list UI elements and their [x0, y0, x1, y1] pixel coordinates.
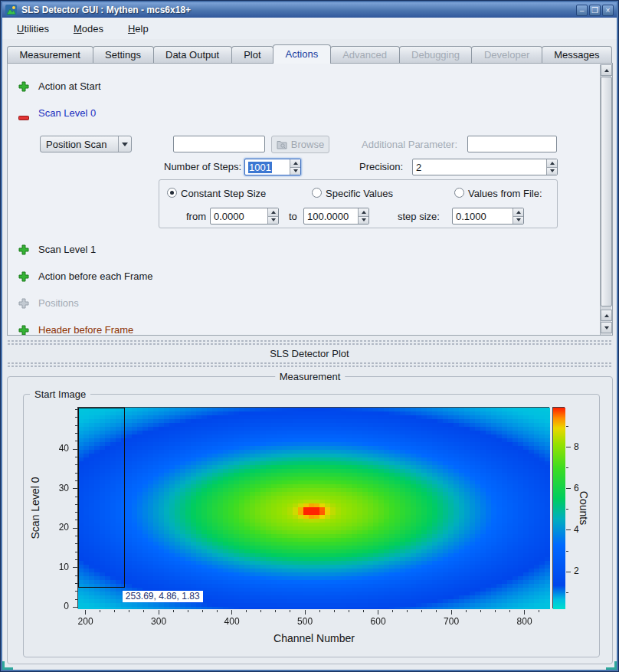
- scroll-down-button[interactable]: [601, 322, 612, 333]
- tab-debugging: Debugging: [399, 46, 473, 63]
- action-at-start-item[interactable]: Action at Start: [38, 80, 101, 92]
- menu-help[interactable]: Help: [121, 21, 156, 37]
- expand-plus-icon[interactable]: [18, 325, 29, 336]
- x-minor-tick: [421, 610, 422, 612]
- y-minor-tick: [75, 512, 77, 513]
- colorbar-tick-label: 2: [574, 566, 591, 576]
- resize-grip[interactable]: [614, 661, 617, 670]
- y-axis-title: Scan Level 0: [29, 431, 41, 585]
- expand-plus-icon[interactable]: [18, 271, 29, 285]
- x-tick-label: 200: [70, 617, 101, 627]
- x-tick-label: 700: [436, 617, 467, 627]
- dock-handle-dots: [7, 339, 611, 346]
- tab-messages[interactable]: Messages: [542, 46, 612, 63]
- specific-values-label[interactable]: Specific Values: [326, 188, 393, 199]
- action-before-frame-item[interactable]: Action before each Frame: [38, 270, 153, 282]
- actions-scrollbar[interactable]: [600, 64, 611, 335]
- colorbar-minor-tick: [566, 551, 568, 552]
- scroll-up-button[interactable]: [601, 64, 612, 76]
- additional-parameter-label: Additional Parameter:: [362, 139, 457, 150]
- scan-level-1-item[interactable]: Scan Level 1: [38, 244, 96, 255]
- scan-script-input[interactable]: [173, 136, 265, 152]
- browse-folder-icon: [277, 140, 287, 149]
- scroll-up-button-2[interactable]: [601, 310, 612, 321]
- spinner-buttons[interactable]: [546, 159, 557, 175]
- expand-plus-icon[interactable]: [18, 81, 29, 95]
- spinner-buttons[interactable]: [358, 208, 368, 224]
- additional-parameter-input[interactable]: [467, 136, 557, 152]
- x-minor-tick: [495, 610, 496, 612]
- spinner-buttons[interactable]: [290, 159, 300, 175]
- precision-spinbox[interactable]: 2: [412, 159, 558, 175]
- expand-plus-icon-disabled: [18, 298, 29, 312]
- heatmap-canvas[interactable]: [78, 408, 550, 609]
- to-spinbox[interactable]: 100.0000: [303, 208, 369, 225]
- x-minor-tick: [509, 610, 510, 612]
- values-from-file-radio[interactable]: [454, 188, 464, 198]
- x-minor-tick: [349, 610, 349, 612]
- constant-step-label[interactable]: Constant Step Size: [181, 188, 266, 199]
- measurement-group: Measurement Start Image Scan Level 0 Cha…: [7, 376, 613, 664]
- y-minor-tick: [75, 520, 77, 520]
- tab-data-output[interactable]: Data Output: [153, 46, 232, 63]
- x-tick-label: 800: [509, 617, 540, 627]
- x-minor-tick: [363, 610, 364, 612]
- x-tick: [524, 610, 525, 615]
- measurement-group-title: Measurement: [275, 371, 345, 382]
- x-minor-tick: [188, 610, 188, 612]
- colorbar-minor-tick: [566, 592, 568, 593]
- spinner-buttons[interactable]: [267, 208, 278, 224]
- scan-mode-combobox[interactable]: Position Scan: [40, 136, 132, 152]
- number-of-steps-spinbox[interactable]: 1001: [244, 159, 301, 175]
- x-minor-tick: [392, 610, 393, 612]
- maximize-button[interactable]: ❐: [589, 5, 601, 16]
- x-tick: [85, 610, 86, 615]
- from-spinbox[interactable]: 0.0000: [210, 208, 279, 225]
- scan-level-0-item[interactable]: Scan Level 0: [38, 107, 96, 119]
- app-icon: [5, 5, 17, 16]
- scrollbar-thumb[interactable]: [601, 77, 612, 306]
- tab-actions[interactable]: Actions: [273, 44, 331, 64]
- number-of-steps-value: 1001: [248, 162, 272, 173]
- colorbar-tick: [566, 572, 571, 572]
- y-minor-tick: [75, 559, 77, 560]
- menu-utilities[interactable]: Utilities: [10, 21, 56, 37]
- x-minor-tick: [100, 610, 100, 612]
- minimize-button[interactable]: –: [576, 5, 588, 16]
- y-minor-tick: [75, 433, 77, 434]
- tab-settings[interactable]: Settings: [93, 46, 154, 63]
- y-minor-tick: [75, 457, 77, 457]
- x-minor-tick: [217, 610, 218, 612]
- colorbar-minor-tick: [566, 509, 568, 510]
- tab-measurement[interactable]: Measurement: [7, 46, 93, 63]
- y-minor-tick: [75, 583, 77, 584]
- header-before-frame-item[interactable]: Header before Frame: [38, 324, 133, 336]
- y-tick: [73, 488, 77, 489]
- y-minor-tick: [75, 575, 77, 576]
- constant-step-radio[interactable]: [167, 188, 177, 198]
- cursor-readout: 253.69, 4.86, 1.83: [123, 591, 203, 602]
- step-size-spinbox[interactable]: 0.1000: [452, 208, 524, 225]
- specific-values-radio[interactable]: [312, 188, 322, 198]
- tab-developer: Developer: [471, 46, 542, 63]
- tab-plot[interactable]: Plot: [231, 46, 273, 63]
- x-minor-tick: [173, 610, 174, 612]
- close-button[interactable]: ×: [602, 5, 614, 16]
- to-label: to: [289, 211, 297, 222]
- colorbar-minor-tick: [566, 467, 568, 468]
- title-bar[interactable]: SLS Detector GUI : Mythen - mcs6x18+ – ❐…: [2, 2, 617, 18]
- x-minor-tick: [114, 610, 115, 612]
- menu-modes[interactable]: Modes: [67, 21, 110, 37]
- x-tick: [159, 610, 159, 615]
- x-minor-tick: [480, 610, 481, 612]
- dock-title[interactable]: SLS Detector Plot: [2, 348, 617, 359]
- collapse-minus-icon[interactable]: [18, 110, 29, 124]
- values-from-file-label[interactable]: Values from File:: [468, 188, 542, 199]
- y-tick: [73, 607, 77, 608]
- spinner-buttons[interactable]: [513, 208, 523, 224]
- y-minor-tick: [75, 417, 77, 418]
- resize-grip[interactable]: [2, 661, 5, 670]
- chevron-down-icon: [118, 136, 131, 152]
- y-tick-label: 20: [43, 523, 69, 533]
- expand-plus-icon[interactable]: [18, 244, 29, 258]
